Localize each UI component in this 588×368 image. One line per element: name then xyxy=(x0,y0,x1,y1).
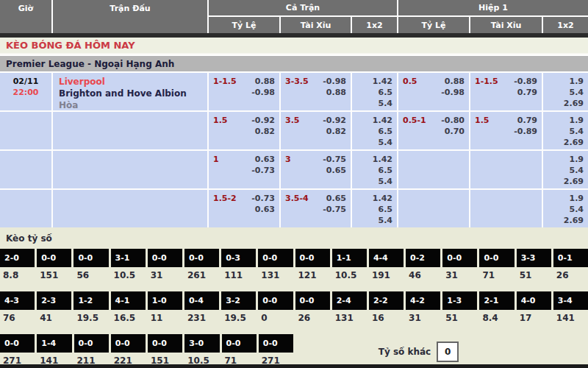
score-bet-cell[interactable]: 0-0261 xyxy=(184,249,219,283)
odds-value[interactable]: 6.5 xyxy=(379,165,393,176)
odds-value[interactable]: -0.89 xyxy=(514,126,537,137)
score-bet-cell[interactable]: 0-00 xyxy=(258,291,293,326)
score-bet-cell[interactable]: 0-3111 xyxy=(221,249,256,283)
score-bet-cell[interactable]: 3-010.5 xyxy=(184,334,219,368)
score-bet-cell[interactable]: 2-4131 xyxy=(332,291,367,326)
score-bet-cell[interactable]: 1-110.5 xyxy=(332,249,367,283)
score-bet-cell[interactable]: 3-110.5 xyxy=(111,249,146,283)
odds-value[interactable]: 5.4 xyxy=(570,126,584,137)
match-time: 22:00 xyxy=(4,87,47,98)
odds-value[interactable]: -0.75 xyxy=(323,204,346,215)
score-bet-cell[interactable]: 1-351 xyxy=(442,291,477,326)
score-bet-cell[interactable]: 0-0151 xyxy=(148,334,182,368)
odds-value[interactable]: 1.9 xyxy=(570,76,584,87)
odds-value[interactable]: -0.73 xyxy=(251,193,275,204)
odds-value[interactable]: -0.98 xyxy=(441,87,465,98)
odds-value[interactable]: 0.79 xyxy=(517,115,537,126)
score-bet-cell[interactable]: 0-071 xyxy=(222,334,257,368)
odds-value[interactable]: -0.92 xyxy=(251,115,275,126)
score-label: 2-4 xyxy=(332,291,367,310)
odds-value[interactable]: 2.69 xyxy=(564,215,584,226)
score-bet-cell[interactable]: 0-031 xyxy=(148,249,182,283)
score-bet-cell[interactable]: 3-219.5 xyxy=(221,291,256,326)
odds-value[interactable]: 0.88 xyxy=(445,76,465,87)
odds-value[interactable]: 1.9 xyxy=(570,154,584,165)
odds-value[interactable]: -0.73 xyxy=(251,165,275,176)
score-bet-cell[interactable]: 0-0271 xyxy=(259,334,293,368)
odds-value[interactable]: 5.4 xyxy=(570,87,584,98)
handicap-line: 0.5 xyxy=(403,76,417,107)
score-bet-cell[interactable]: 1-011 xyxy=(148,291,182,326)
odds-value[interactable]: -0.98 xyxy=(251,87,275,98)
odds-value[interactable]: 1.42 xyxy=(373,76,392,87)
score-bet-cell[interactable]: 4-4191 xyxy=(369,249,404,283)
odds-value[interactable]: 1.42 xyxy=(373,115,392,126)
odds-value[interactable]: 0.70 xyxy=(445,126,465,137)
odds-value[interactable]: 0.63 xyxy=(255,204,275,215)
score-bet-cell[interactable]: 4-116.5 xyxy=(111,291,146,326)
odds-value[interactable]: 1.42 xyxy=(373,193,392,204)
odds-value[interactable]: -0.80 xyxy=(441,115,465,126)
odds-value[interactable]: 0.65 xyxy=(326,193,346,204)
odds-value[interactable]: 6.5 xyxy=(379,87,393,98)
odds-value[interactable]: -0.89 xyxy=(514,76,537,87)
odds-value[interactable]: 0.79 xyxy=(517,87,537,98)
other-score-input[interactable]: 0 xyxy=(437,342,459,362)
odds-value[interactable]: 2.69 xyxy=(564,98,584,109)
score-bet-cell[interactable]: 0-0271 xyxy=(0,334,35,368)
score-bet-cell[interactable]: 0-056 xyxy=(74,249,108,283)
score-bet-cell[interactable]: 4-376 xyxy=(0,291,35,326)
odds-value[interactable]: 5.4 xyxy=(379,176,393,187)
score-bet-cell[interactable]: 0-026 xyxy=(295,291,330,326)
odds-value[interactable]: -0.75 xyxy=(323,154,346,165)
score-bet-cell[interactable]: 0-0151 xyxy=(37,249,71,283)
odds-value[interactable]: 1.9 xyxy=(570,115,584,126)
odds-value[interactable]: 0.63 xyxy=(255,154,275,165)
score-label: 4-1 xyxy=(111,291,146,310)
odds-value[interactable]: 2.69 xyxy=(564,176,584,187)
score-label: 0-0 xyxy=(184,249,219,267)
score-bet-cell[interactable]: 4-231 xyxy=(406,291,440,326)
odds-value[interactable]: -0.98 xyxy=(323,76,346,87)
score-bet-cell[interactable]: 1-4141 xyxy=(37,334,71,368)
odds-value[interactable]: 1.9 xyxy=(570,193,584,204)
score-bet-cell[interactable]: 0-0211 xyxy=(74,334,109,368)
score-bet-cell[interactable]: 4-017 xyxy=(517,291,551,326)
h1-1x2-cell: 1.9 5.4 2.69 xyxy=(543,190,588,227)
score-label: 2-2 xyxy=(369,291,404,310)
odds-value[interactable]: 2.69 xyxy=(564,137,584,148)
score-label: 0-4 xyxy=(184,291,219,310)
score-bet-cell[interactable]: 3-4141 xyxy=(553,291,588,326)
odds-value[interactable]: 0.88 xyxy=(255,76,275,87)
odds-value[interactable]: -0.92 xyxy=(323,115,346,126)
odds-value[interactable]: 0.82 xyxy=(326,126,346,137)
odds-value[interactable]: 6.5 xyxy=(379,204,393,215)
odds-value[interactable]: 5.4 xyxy=(570,165,584,176)
score-odds: 76 xyxy=(0,310,35,326)
odds-value[interactable]: 5.4 xyxy=(570,204,584,215)
score-bet-cell[interactable]: 0-4231 xyxy=(184,291,219,326)
score-bet-cell[interactable]: 0-126 xyxy=(553,249,588,283)
league-header: Premier League - Ngoại Hạng Anh xyxy=(0,56,588,71)
score-bet-cell[interactable]: 2-341 xyxy=(37,291,71,326)
score-bet-cell[interactable]: 0-0131 xyxy=(258,249,293,283)
score-bet-cell[interactable]: 3-351 xyxy=(517,249,551,283)
odds-value[interactable]: 1.42 xyxy=(373,154,392,165)
odds-value[interactable]: 5.4 xyxy=(379,98,393,109)
odds-value[interactable]: 6.5 xyxy=(379,126,393,137)
odds-value[interactable]: 0.82 xyxy=(255,126,275,137)
score-bet-cell[interactable]: 2-08.8 xyxy=(0,249,35,283)
score-bet-cell[interactable]: 2-18.4 xyxy=(479,291,514,326)
odds-value[interactable]: 5.4 xyxy=(379,215,393,226)
score-bet-cell[interactable]: 0-031 xyxy=(442,249,477,283)
score-bet-cell[interactable]: 0-0121 xyxy=(295,249,330,283)
score-bet-cell[interactable]: 0-246 xyxy=(406,249,440,283)
match-date: 02/11 xyxy=(4,76,47,87)
odds-value[interactable]: 5.4 xyxy=(379,137,393,148)
score-bet-cell[interactable]: 2-216 xyxy=(369,291,404,326)
odds-value[interactable]: 0.65 xyxy=(326,165,346,176)
score-bet-cell[interactable]: 0-0221 xyxy=(111,334,146,368)
score-bet-cell[interactable]: 0-071 xyxy=(479,249,514,283)
score-bet-cell[interactable]: 1-219.5 xyxy=(74,291,108,326)
odds-value[interactable]: 0.88 xyxy=(326,87,346,98)
